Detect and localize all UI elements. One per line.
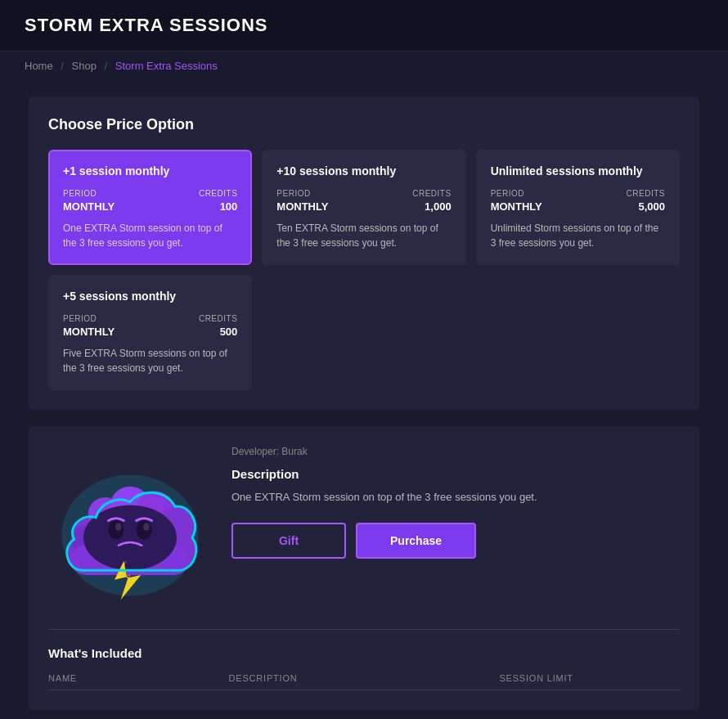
price-card-5-meta: PERIOD MONTHLY CREDITS 500 <box>63 314 237 338</box>
price-card-10-period-value: MONTHLY <box>276 200 328 213</box>
price-card-unlimited-credits-label: CREDITS <box>627 189 665 198</box>
price-card-10-credits-value: 1,000 <box>412 200 451 213</box>
price-card-1-meta: PERIOD MONTHLY CREDITS 100 <box>63 189 237 213</box>
price-card-10-credits-label: CREDITS <box>412 189 451 198</box>
product-section: Developer: Burak Description One EXTRA S… <box>29 426 699 710</box>
breadcrumb-separator-2: / <box>105 60 108 72</box>
price-card-5-period-value: MONTHLY <box>63 326 115 338</box>
price-card-5-credits-label: CREDITS <box>199 314 237 323</box>
price-card-unlimited-credits-value: 5,000 <box>627 200 665 213</box>
price-card-1-credits-value: 100 <box>199 200 237 213</box>
product-description-title: Description <box>231 467 680 481</box>
svg-point-10 <box>115 523 122 531</box>
page-title: STORM EXTRA SESSIONS <box>25 15 703 36</box>
price-card-1-title: +1 session monthly <box>63 164 237 178</box>
price-card-unlimited-period-label: PERIOD <box>491 189 542 198</box>
storm-logo-svg <box>52 446 208 609</box>
price-card-5-period-label: PERIOD <box>63 314 115 323</box>
price-card-1[interactable]: +1 session monthly PERIOD MONTHLY CREDIT… <box>48 150 252 265</box>
price-grid-bottom: +5 sessions monthly PERIOD MONTHLY CREDI… <box>48 275 680 390</box>
price-card-1-period-label: PERIOD <box>63 189 115 198</box>
product-actions: Gift Purchase <box>231 523 680 559</box>
product-developer: Developer: Burak <box>231 446 680 457</box>
price-card-unlimited-title: Unlimited sessions monthly <box>491 164 665 178</box>
price-card-10-meta: PERIOD MONTHLY CREDITS 1,000 <box>276 189 451 213</box>
price-card-5-title: +5 sessions monthly <box>63 290 237 303</box>
breadcrumb-separator-1: / <box>61 60 64 72</box>
price-card-10-title: +10 sessions monthly <box>276 164 451 178</box>
price-card-1-credits-label: CREDITS <box>199 189 237 198</box>
purchase-button[interactable]: Purchase <box>356 523 476 559</box>
product-logo <box>48 446 212 609</box>
price-card-1-desc: One EXTRA Storm session on top of the 3 … <box>63 221 237 250</box>
price-card-10-desc: Ten EXTRA Storm sessions on top of the 3… <box>276 221 451 250</box>
product-description: One EXTRA Storm session on top of the 3 … <box>231 489 680 506</box>
breadcrumb-home[interactable]: Home <box>25 60 53 72</box>
svg-point-8 <box>108 520 124 539</box>
header: STORM EXTRA SESSIONS Home / Shop / Storm… <box>0 0 728 80</box>
table-col-session-limit: SESSION LIMIT <box>499 673 680 683</box>
breadcrumb-shop[interactable]: Shop <box>72 60 97 72</box>
price-card-unlimited-desc: Unlimited Storm sessions on top of the 3… <box>491 221 665 250</box>
product-body: Developer: Burak Description One EXTRA S… <box>48 446 680 609</box>
price-section: Choose Price Option +1 session monthly P… <box>29 97 699 410</box>
price-card-5-desc: Five EXTRA Storm sessions on top of the … <box>63 346 237 375</box>
table-col-name: NAME <box>48 673 229 683</box>
price-card-5-credits-value: 500 <box>199 326 237 338</box>
price-card-1-period-value: MONTHLY <box>63 200 115 213</box>
table-col-description: DESCRIPTION <box>229 673 500 683</box>
price-card-10[interactable]: +10 sessions monthly PERIOD MONTHLY CRED… <box>262 150 465 265</box>
price-card-unlimited-period-value: MONTHLY <box>491 200 542 213</box>
price-card-unlimited[interactable]: Unlimited sessions monthly PERIOD MONTHL… <box>476 150 680 265</box>
price-card-unlimited-meta: PERIOD MONTHLY CREDITS 5,000 <box>491 189 665 213</box>
price-card-5[interactable]: +5 sessions monthly PERIOD MONTHLY CREDI… <box>48 275 252 390</box>
svg-point-11 <box>143 523 150 531</box>
price-grid-top: +1 session monthly PERIOD MONTHLY CREDIT… <box>48 150 680 265</box>
whats-included-section: What's Included NAME DESCRIPTION SESSION… <box>48 629 680 690</box>
table-header: NAME DESCRIPTION SESSION LIMIT <box>48 673 680 690</box>
svg-point-9 <box>137 520 152 539</box>
breadcrumb-current: Storm Extra Sessions <box>115 60 218 72</box>
gift-button[interactable]: Gift <box>231 523 346 559</box>
price-card-10-period-label: PERIOD <box>276 189 328 198</box>
product-info: Developer: Burak Description One EXTRA S… <box>231 446 680 609</box>
price-section-title: Choose Price Option <box>48 116 680 133</box>
whats-included-title: What's Included <box>48 646 680 660</box>
